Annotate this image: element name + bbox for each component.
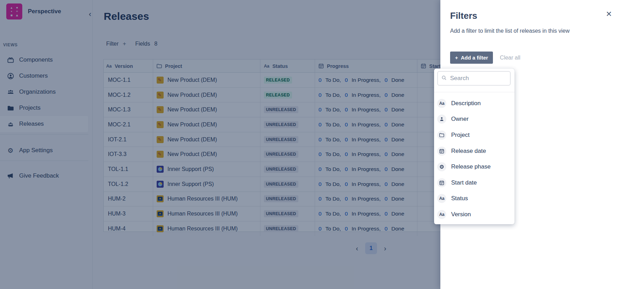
filters-panel-title: Filters: [450, 10, 477, 21]
dropdown-divider: [434, 92, 515, 92]
add-a-filter-button[interactable]: + Add a filter: [450, 52, 493, 64]
search-input[interactable]: [449, 75, 506, 82]
dropdown-item-project[interactable]: Project: [434, 127, 515, 143]
dropdown-item-label: Status: [451, 195, 468, 202]
dropdown-item-list: AaDescriptionOwnerProjectRelease dateRel…: [434, 94, 515, 222]
dropdown-item-label: Owner: [451, 116, 469, 123]
dropdown-item-owner[interactable]: Owner: [434, 111, 515, 127]
dropdown-item-label: Release phase: [451, 163, 490, 170]
calendar-icon: [437, 178, 446, 187]
search-icon: [441, 75, 447, 82]
dropdown-item-label: Description: [451, 100, 481, 107]
calendar-icon: [437, 147, 446, 156]
search-box: [437, 71, 511, 86]
dropdown-item-start-date[interactable]: Start date: [434, 175, 515, 191]
release-phase-icon: [437, 162, 446, 171]
dropdown-item-label: Project: [451, 132, 470, 139]
plus-icon: +: [455, 55, 458, 61]
dropdown-item-version[interactable]: AaVersion: [434, 206, 515, 222]
dropdown-item-label: Version: [451, 211, 471, 218]
text-field-icon: Aa: [437, 210, 446, 219]
text-field-icon: Aa: [437, 194, 446, 203]
dropdown-item-label: Release date: [451, 148, 486, 155]
filters-panel-actions: + Add a filter Clear all: [450, 52, 520, 64]
filters-panel-description: Add a filter to limit the list of releas…: [450, 28, 596, 34]
clear-all-button[interactable]: Clear all: [500, 55, 520, 61]
dropdown-item-description[interactable]: AaDescription: [434, 95, 515, 111]
close-icon[interactable]: ×: [606, 9, 612, 19]
user-icon: [437, 115, 446, 124]
filter-field-dropdown: AaDescriptionOwnerProjectRelease dateRel…: [434, 69, 515, 224]
folder-icon: [437, 131, 446, 140]
app-window: ▴●▪+■▲ Perspective ‹ VIEWS ComponentsCus…: [0, 0, 644, 289]
dropdown-item-label: Start date: [451, 179, 477, 186]
text-field-icon: Aa: [437, 99, 446, 108]
dropdown-item-status[interactable]: AaStatus: [434, 191, 515, 207]
dropdown-item-release-phase[interactable]: Release phase: [434, 159, 515, 175]
dropdown-item-release-date[interactable]: Release date: [434, 143, 515, 159]
add-a-filter-button-label: Add a filter: [461, 55, 488, 61]
